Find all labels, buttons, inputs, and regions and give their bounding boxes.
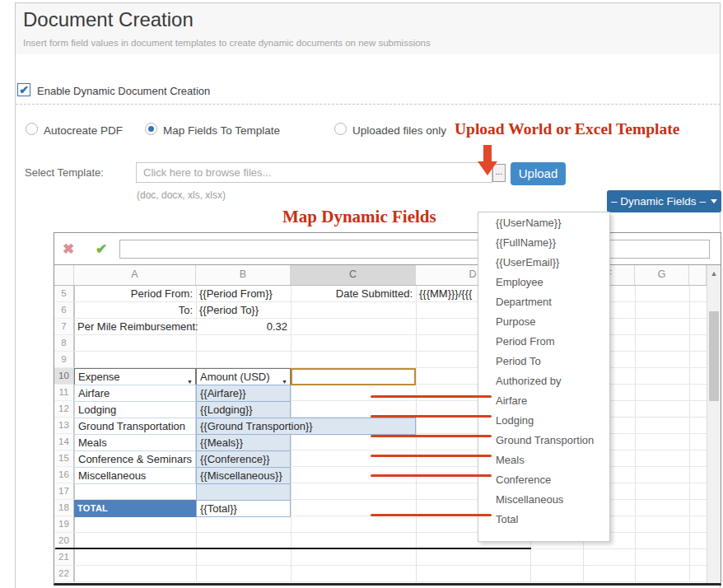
cell-B17[interactable] (196, 483, 291, 501)
dropdown-item-conference[interactable]: Conference (478, 470, 609, 490)
file-types-hint: (doc, docx, xls, xlsx) (137, 189, 226, 201)
formula-toolbar: ✖ ✔ (54, 233, 721, 265)
row-number-7[interactable]: 7 (54, 319, 74, 335)
page-subtitle: Insert form field values in document tem… (23, 38, 431, 48)
dropdown-item-authorized-by[interactable]: Authorized by (478, 371, 609, 391)
cell-B18[interactable]: {{Total}} (196, 500, 291, 517)
row-number-14[interactable]: 14 (54, 434, 74, 450)
row-number-10[interactable]: 10 (54, 368, 74, 385)
cell-A18[interactable]: TOTAL (74, 500, 196, 517)
cell-B6[interactable]: {{Period To}} (196, 302, 291, 320)
grid-row-21 (54, 549, 707, 566)
dropdown-item-ground-transportion[interactable]: Ground Transportion (478, 431, 609, 450)
cancel-entry-icon[interactable]: ✖ (63, 240, 74, 258)
row-number-15[interactable]: 15 (54, 450, 74, 467)
column-header-B[interactable]: B (196, 265, 291, 285)
row-number-5[interactable]: 5 (54, 286, 74, 302)
vertical-scrollbar[interactable]: ▲ (707, 265, 721, 583)
row-number-17[interactable]: 17 (54, 483, 74, 500)
cell-B14[interactable]: {{Meals}} (196, 434, 291, 451)
scrollbar-thumb[interactable] (709, 311, 719, 401)
cell-A5[interactable]: Period From: (74, 286, 196, 303)
column-header-blank[interactable] (54, 265, 74, 285)
radio-map-fields-label[interactable]: Map Fields To Template (163, 124, 280, 137)
row-number-8[interactable]: 8 (54, 335, 74, 352)
dropdown-item-period-to[interactable]: Period To (478, 352, 609, 371)
connector-line-meals (371, 455, 492, 457)
dynamic-fields-dropdown: {{UserName}}{{FullName}}{{UserEmail}}Emp… (478, 212, 610, 542)
enable-dynamic-label: Enable Dynamic Document Creation (37, 85, 210, 97)
radio-map-fields[interactable] (145, 123, 157, 135)
enable-dynamic-checkbox[interactable]: ✔ (17, 83, 30, 96)
cell-B7[interactable]: 0.32 (196, 319, 291, 336)
annotation-arrow-head-icon (478, 161, 497, 175)
cell-B11[interactable]: {{Airfare}} (196, 385, 291, 402)
column-header-blank[interactable] (689, 265, 707, 285)
row-number-9[interactable]: 9 (54, 352, 74, 368)
row-number-19[interactable]: 19 (54, 516, 74, 533)
dropdown-item-department[interactable]: Department (478, 292, 609, 312)
cell-B16[interactable]: {{Miscellaneous}} (196, 467, 291, 484)
radio-autocreate-pdf[interactable] (26, 123, 38, 135)
row-number-12[interactable]: 12 (54, 401, 74, 418)
cell-A6[interactable]: To: (74, 302, 196, 320)
row-number-11[interactable]: 11 (54, 385, 74, 401)
dropdown-item-meals[interactable]: Meals (478, 450, 609, 470)
formula-bar-input[interactable] (119, 240, 710, 259)
row-number-20[interactable]: 20 (54, 533, 74, 549)
dropdown-item-employee[interactable]: Employee (478, 273, 609, 292)
connector-line-ground-transportion (371, 435, 492, 437)
dynamic-fields-button[interactable]: – Dynamic Fields – (607, 190, 721, 212)
dropdown-item-useremail[interactable]: {{UserEmail}} (478, 253, 609, 273)
page-title: Document Creation (23, 8, 194, 31)
annotation-arrow-icon (483, 145, 492, 162)
cell-A16[interactable]: Miscellaneous (74, 467, 196, 484)
cell-C5[interactable]: Date Submitted: (291, 286, 416, 303)
dropdown-item-total[interactable]: Total (478, 510, 609, 530)
cell-C10[interactable] (291, 368, 416, 385)
row-number-18[interactable]: 18 (54, 500, 74, 516)
dropdown-item-username[interactable]: {{UserName}} (478, 213, 609, 233)
spreadsheet-widget: ✖ ✔ ABCDEFG 5Period From:{{Period From}}… (54, 232, 721, 586)
select-template-label: Select Template: (25, 166, 104, 179)
dropdown-item-miscellaneous[interactable]: Miscellaneous (478, 490, 609, 510)
document-creation-screen: Document Creation Insert form field valu… (0, 0, 723, 588)
dropdown-item-lodging[interactable]: Lodging (478, 411, 609, 431)
radio-uploaded-only-label[interactable]: Uploaded files only (352, 124, 446, 137)
dropdown-item-airfare[interactable]: Airfare (478, 391, 609, 411)
column-header-row: ABCDEFG (54, 265, 721, 286)
cell-B12[interactable]: {{Lodging}} (196, 401, 291, 418)
row-number-16[interactable]: 16 (54, 467, 74, 483)
scroll-up-arrow-icon[interactable]: ▲ (707, 269, 721, 278)
radio-autocreate-pdf-label[interactable]: Autocreate PDF (44, 124, 123, 137)
upload-button[interactable]: Upload (511, 162, 566, 185)
column-header-A[interactable]: A (74, 265, 196, 285)
row-number-13[interactable]: 13 (54, 418, 74, 434)
dropdown-item-period-from[interactable]: Period From (478, 332, 609, 352)
grid-body: 5Period From:{{Period From}}Date Submitt… (54, 286, 721, 582)
cell-B5[interactable]: {{Period From}} (196, 286, 291, 303)
cell-B15[interactable]: {{Conference}} (196, 450, 291, 468)
dropdown-item-fullname[interactable]: {{FullName}} (478, 233, 609, 253)
cell-B10[interactable]: Amount (USD)▼ (196, 368, 291, 385)
cell-A11[interactable]: Airfare (74, 385, 196, 402)
cell-A14[interactable]: Meals (74, 434, 196, 451)
radio-uploaded-only[interactable] (334, 123, 347, 135)
column-header-G[interactable]: G (635, 265, 689, 285)
confirm-entry-icon[interactable]: ✔ (96, 240, 107, 258)
connector-line-airfare (371, 395, 492, 398)
annotation-map-note: Map Dynamic Fields (282, 207, 436, 227)
connector-line-lodging (371, 415, 492, 418)
cell-A7[interactable]: Per Mile Reimbursement: (74, 319, 196, 336)
row-number-6[interactable]: 6 (54, 302, 74, 319)
cell-A13[interactable]: Ground Transportation (74, 418, 196, 435)
template-file-input[interactable] (136, 162, 492, 183)
column-header-C[interactable]: C (291, 265, 416, 285)
row-number-21[interactable]: 21 (54, 549, 74, 566)
dropdown-item-purpose[interactable]: Purpose (478, 312, 609, 332)
cell-A12[interactable]: Lodging (74, 401, 196, 418)
cell-A10[interactable]: Expense▼ (74, 368, 196, 385)
cell-B13[interactable]: {{Ground Transportion}} (196, 418, 416, 435)
cell-A15[interactable]: Conference & Seminars (74, 450, 196, 468)
row-number-22[interactable]: 22 (54, 566, 74, 582)
